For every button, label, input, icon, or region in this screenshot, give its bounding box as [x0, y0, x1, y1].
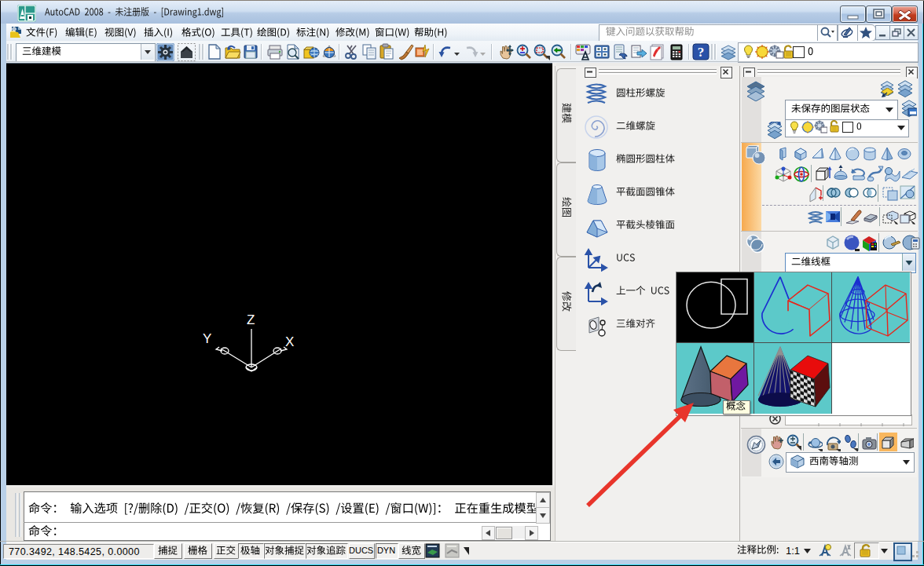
- svg-text:?: ?: [698, 45, 705, 60]
